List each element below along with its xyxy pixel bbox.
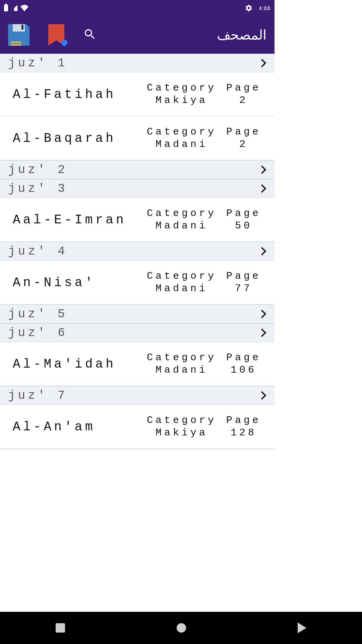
category-value: Makiya — [143, 94, 220, 107]
juz-header[interactable]: juz' 4 — [0, 242, 275, 261]
page-col: Page106 — [220, 352, 267, 377]
surah-name: Al-An'am — [13, 420, 143, 434]
page-value: 50 — [220, 220, 267, 232]
juz-header[interactable]: juz' 5 — [0, 305, 275, 323]
settings-icon[interactable] — [245, 4, 253, 12]
juz-header[interactable]: juz' 1 — [0, 54, 275, 72]
page-value: 128 — [220, 427, 267, 439]
page-col: Page128 — [220, 414, 267, 439]
category-label: Category — [143, 352, 220, 364]
category-value: Madani — [143, 138, 220, 151]
juz-label: juz' 3 — [8, 182, 68, 196]
surah-name: Al-Ma'idah — [13, 357, 143, 371]
page-col: Page2 — [220, 82, 267, 107]
category-col: CategoryMadani — [143, 207, 220, 232]
category-col: CategoryMakiya — [143, 82, 220, 107]
signal-icon — [11, 5, 17, 11]
bookmark-icon[interactable] — [48, 24, 64, 46]
surah-list: juz' 1Al-FatihahCategoryMakiyaPage2Al-Ba… — [0, 54, 275, 449]
surah-row[interactable]: An-Nisa'CategoryMadaniPage77 — [0, 261, 275, 305]
juz-label: juz' 2 — [8, 163, 68, 177]
juz-header[interactable]: juz' 3 — [0, 179, 275, 198]
page-label: Page — [220, 126, 267, 139]
page-col: Page50 — [220, 207, 267, 232]
category-value: Madani — [143, 364, 220, 377]
chevron-right-icon — [260, 58, 266, 68]
category-col: CategoryMadani — [143, 126, 220, 151]
category-label: Category — [143, 207, 220, 220]
page-col: Page77 — [220, 270, 267, 295]
category-value: Makiya — [143, 427, 220, 439]
app-bar: المصحف — [0, 16, 275, 54]
juz-label: juz' 4 — [8, 245, 68, 258]
chevron-right-icon — [260, 165, 266, 174]
juz-header[interactable]: juz' 2 — [0, 160, 275, 179]
juz-label: juz' 7 — [8, 389, 68, 402]
heart-icon — [60, 38, 69, 48]
surah-row[interactable]: Al-Ma'idahCategoryMadaniPage106 — [0, 342, 275, 386]
category-col: CategoryMadani — [143, 352, 220, 377]
juz-header[interactable]: juz' 6 — [0, 323, 275, 342]
category-col: CategoryMadani — [143, 270, 220, 295]
juz-label: juz' 5 — [8, 307, 68, 321]
surah-name: An-Nisa' — [13, 275, 143, 290]
chevron-right-icon — [260, 309, 266, 319]
juz-label: juz' 1 — [8, 56, 68, 70]
page-value: 2 — [220, 138, 267, 151]
wifi-icon — [20, 5, 29, 11]
category-label: Category — [143, 126, 220, 139]
category-col: CategoryMakiya — [143, 414, 220, 439]
category-value: Madani — [143, 220, 220, 232]
juz-header[interactable]: juz' 7 — [0, 386, 275, 405]
status-bar: ٨:٥٥ — [0, 0, 275, 16]
app-title: المصحف — [217, 27, 266, 43]
surah-row[interactable]: Al-An'amCategoryMakiyaPage128 — [0, 405, 275, 449]
page-value: 106 — [220, 364, 267, 377]
save-icon[interactable] — [8, 24, 29, 46]
surah-name: Aal-E-Imran — [13, 213, 143, 227]
category-label: Category — [143, 414, 220, 427]
chevron-right-icon — [260, 247, 266, 256]
page-label: Page — [220, 270, 267, 283]
search-icon[interactable] — [83, 28, 97, 43]
clock-text: ٨:٥٥ — [259, 4, 270, 12]
partial-row — [0, 449, 275, 455]
page-label: Page — [220, 352, 267, 364]
surah-row[interactable]: Aal-E-ImranCategoryMadaniPage50 — [0, 198, 275, 242]
category-label: Category — [143, 270, 220, 283]
page-label: Page — [220, 82, 267, 95]
chevron-right-icon — [260, 391, 266, 400]
category-label: Category — [143, 82, 220, 95]
category-value: Madani — [143, 282, 220, 295]
surah-row[interactable]: Al-FatihahCategoryMakiyaPage2 — [0, 72, 275, 116]
surah-name: Al-Baqarah — [13, 131, 143, 146]
page-col: Page2 — [220, 126, 267, 151]
page-value: 2 — [220, 94, 267, 107]
battery-icon — [4, 5, 8, 11]
juz-label: juz' 6 — [8, 326, 68, 340]
page-value: 77 — [220, 282, 267, 295]
chevron-right-icon — [260, 184, 266, 193]
surah-name: Al-Fatihah — [13, 87, 143, 102]
chevron-right-icon — [260, 328, 266, 337]
page-label: Page — [220, 414, 267, 427]
page-label: Page — [220, 207, 267, 220]
surah-row[interactable]: Al-BaqarahCategoryMadaniPage2 — [0, 116, 275, 160]
